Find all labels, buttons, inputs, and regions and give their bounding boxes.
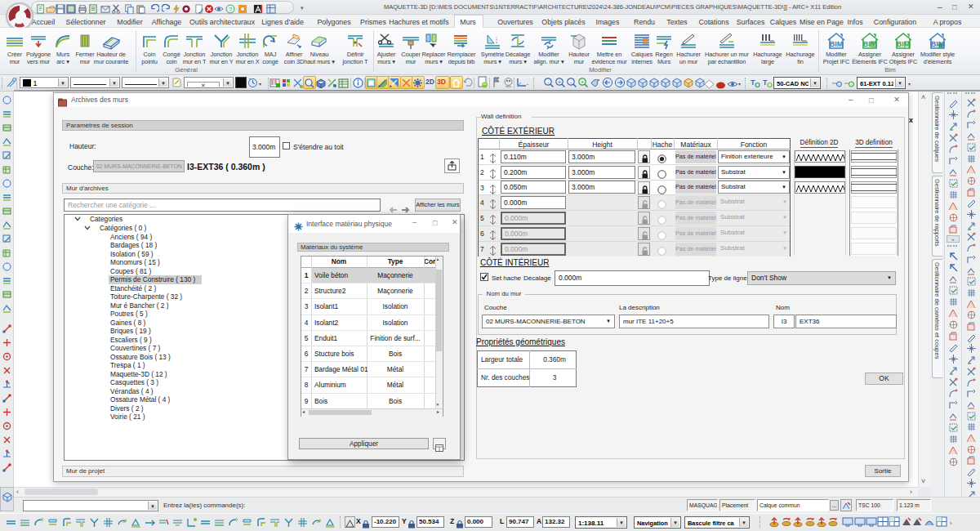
svg-text:T: T [751,78,755,87]
svg-text:T: T [763,78,768,87]
svg-text:+: + [581,78,585,86]
svg-text:BIM: BIM [863,40,877,48]
svg-text:?: ? [229,6,232,13]
svg-text:BIM: BIM [830,40,844,48]
svg-text:BIM: BIM [897,40,911,48]
svg-text:-: - [570,78,572,86]
svg-text:BIM: BIM [931,40,945,48]
svg-text:+: + [558,78,562,86]
svg-text:-: - [547,78,550,86]
